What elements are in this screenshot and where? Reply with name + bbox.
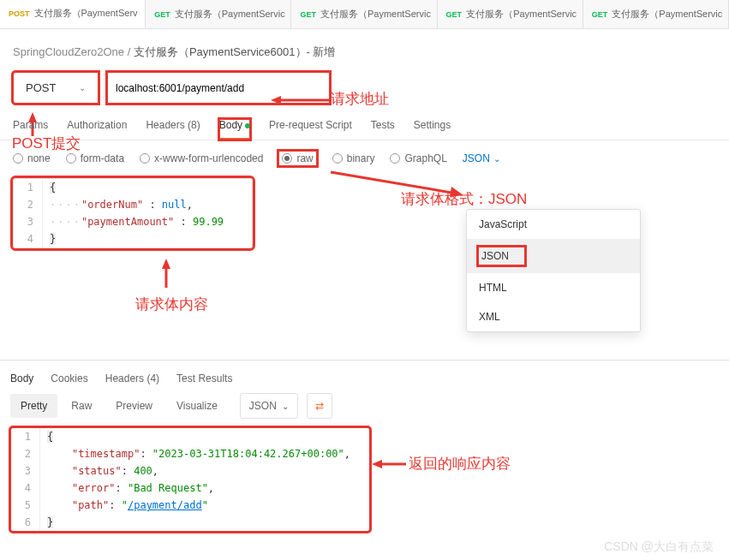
- wrap-lines-icon[interactable]: ⇄: [307, 393, 332, 419]
- body-type-row: none form-data x-www-form-urlencoded raw…: [0, 140, 729, 176]
- json-value: ": [202, 499, 208, 511]
- json-value: 400: [134, 465, 152, 477]
- breadcrumb-sep: /: [128, 45, 131, 58]
- watermark: CSDN @大白有点菜: [604, 539, 714, 555]
- radio-raw[interactable]: raw: [278, 151, 316, 166]
- svg-marker-4: [372, 460, 382, 468]
- tab-tests[interactable]: Tests: [371, 119, 395, 140]
- tab-label: 支付服务（PaymentServic: [466, 8, 577, 21]
- resp-tab-cookies[interactable]: Cookies: [51, 372, 87, 384]
- radio-label: x-www-form-urlencoded: [154, 152, 263, 164]
- radio-none[interactable]: none: [13, 152, 51, 164]
- request-tabs-bar: POST支付服务（PaymentServ GET支付服务（PaymentServ…: [0, 0, 729, 29]
- url-input[interactable]: [107, 72, 330, 104]
- format-label: JSON: [249, 400, 277, 412]
- dropdown-item-javascript[interactable]: JavaScript: [467, 210, 640, 239]
- response-toolbar: Pretty Raw Preview Visualize JSON⌄ ⇄: [0, 393, 729, 427]
- tab-label: 支付服务（PaymentServic: [320, 8, 431, 21]
- tab-request-2[interactable]: GET支付服务（PaymentServic: [291, 0, 437, 28]
- tab-prerequest[interactable]: Pre-request Script: [269, 119, 352, 140]
- request-subtabs: Params Authorization Headers (8) Body Pr…: [0, 104, 729, 140]
- json-key: "timestamp": [72, 448, 140, 460]
- response-format-select[interactable]: JSON⌄: [240, 393, 298, 419]
- radio-icon: [332, 153, 343, 164]
- chevron-down-icon: ⌄: [282, 402, 289, 411]
- radio-icon: [390, 153, 400, 164]
- view-visualize[interactable]: Visualize: [166, 394, 228, 418]
- line-number: 2: [14, 196, 43, 213]
- line-number: 1: [11, 428, 40, 445]
- radio-icon: [282, 153, 292, 164]
- modified-dot-icon: [245, 123, 250, 128]
- method-badge: GET: [592, 10, 608, 19]
- chevron-down-icon: ⌄: [79, 83, 86, 92]
- resp-tab-headers[interactable]: Headers (4): [105, 372, 159, 384]
- radio-label: GraphQL: [404, 152, 446, 164]
- tab-label: 支付服务（PaymentServ: [34, 7, 138, 20]
- radio-icon: [13, 153, 23, 164]
- method-badge: POST: [9, 9, 30, 18]
- tab-authorization[interactable]: Authorization: [67, 119, 127, 140]
- response-tabs: Body Cookies Headers (4) Test Results: [0, 360, 729, 393]
- view-raw[interactable]: Raw: [61, 394, 102, 418]
- tab-settings[interactable]: Settings: [414, 119, 451, 140]
- resp-tab-body[interactable]: Body: [10, 372, 33, 384]
- breadcrumb-root[interactable]: SpringCloudZero2One: [13, 45, 124, 58]
- dropdown-item-json[interactable]: JSON: [467, 239, 640, 273]
- dropdown-item-label: JSON: [479, 247, 524, 265]
- raw-format-label: JSON: [463, 152, 490, 164]
- line-number: 5: [11, 497, 40, 514]
- method-badge: GET: [446, 10, 463, 19]
- json-key: "status": [72, 465, 122, 477]
- tab-params[interactable]: Params: [13, 119, 48, 140]
- line-number: 6: [11, 514, 40, 531]
- raw-format-select[interactable]: JSON⌄: [463, 152, 500, 164]
- tab-headers[interactable]: Headers (8): [146, 119, 200, 140]
- chevron-down-icon: ⌄: [493, 154, 500, 164]
- line-number: 3: [11, 462, 40, 480]
- tab-body[interactable]: Body: [219, 119, 250, 140]
- resp-tab-tests[interactable]: Test Results: [176, 372, 232, 384]
- radio-icon: [66, 153, 76, 164]
- method-badge: GET: [154, 10, 170, 19]
- json-value-link[interactable]: /payment/add: [128, 499, 202, 511]
- dropdown-item-xml[interactable]: XML: [467, 302, 640, 331]
- radio-label: form-data: [81, 152, 124, 164]
- tab-request-4[interactable]: GET支付服务（PaymentServic: [583, 0, 729, 28]
- tab-label: 支付服务（PaymentServic: [175, 8, 285, 21]
- tab-request-3[interactable]: GET支付服务（PaymentServic: [438, 0, 583, 28]
- json-value: "2023-03-31T18:04:42.267+00:00": [152, 448, 344, 460]
- json-value: null: [162, 199, 187, 211]
- tab-request-1[interactable]: GET支付服务（PaymentServic: [146, 0, 291, 28]
- radio-binary[interactable]: binary: [332, 152, 375, 164]
- view-preview[interactable]: Preview: [105, 394, 163, 418]
- line-number: 4: [14, 230, 43, 247]
- json-key: "error": [72, 482, 116, 494]
- radio-label: none: [27, 152, 51, 164]
- raw-format-dropdown: JavaScript JSON HTML XML: [466, 209, 641, 332]
- radio-urlencoded[interactable]: x-www-form-urlencoded: [140, 152, 263, 164]
- annotation-body-format: 请求体格式：JSON: [401, 189, 527, 209]
- annotation-url: 请求地址: [331, 89, 389, 109]
- line-number: 1: [14, 179, 43, 196]
- view-pretty[interactable]: Pretty: [10, 394, 57, 418]
- json-value: 99.99: [193, 216, 224, 228]
- json-key: "path": [72, 499, 109, 511]
- json-value: "Bad Request": [128, 482, 208, 494]
- json-key: "orderNum": [81, 199, 143, 211]
- request-body-editor[interactable]: 1{ 2····"orderNum" : null, 3····"payment…: [13, 178, 253, 248]
- method-value: POST: [26, 81, 56, 94]
- radio-graphql[interactable]: GraphQL: [390, 152, 446, 164]
- radio-formdata[interactable]: form-data: [66, 152, 124, 164]
- annotation-response: 返回的响应内容: [409, 454, 511, 474]
- tab-request-0[interactable]: POST支付服务（PaymentServ: [0, 0, 146, 28]
- json-value: ": [122, 499, 128, 511]
- method-select[interactable]: POST ⌄: [13, 72, 99, 104]
- radio-label: binary: [347, 152, 375, 164]
- tab-body-label: Body: [219, 119, 242, 131]
- response-body-editor[interactable]: 1{ 2 "timestamp": "2023-03-31T18:04:42.2…: [10, 427, 370, 532]
- radio-label: raw: [296, 152, 313, 164]
- breadcrumb: SpringCloudZero2One / 支付服务（PaymentServic…: [0, 29, 729, 72]
- line-number: 4: [11, 480, 40, 497]
- dropdown-item-html[interactable]: HTML: [467, 273, 640, 302]
